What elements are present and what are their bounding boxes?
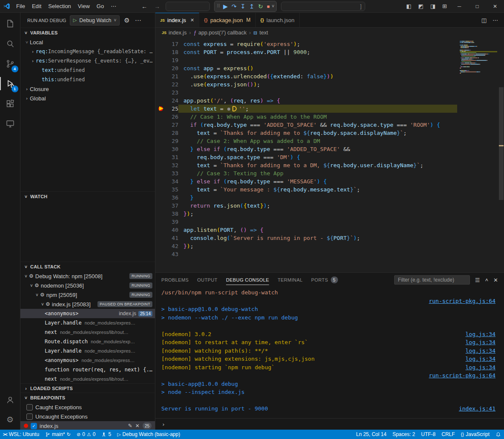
debug-console-input[interactable]: › <box>155 418 504 430</box>
debug-step-out-icon[interactable]: ↥ <box>249 1 254 12</box>
toolbar-grip-icon[interactable]: ⠿ <box>217 3 219 9</box>
console-source-link[interactable]: index.js:41 <box>459 405 504 413</box>
debug-view-more-icon[interactable]: ⋯ <box>133 17 143 24</box>
toggle-secondary-sidebar-icon[interactable]: ◨ <box>427 3 439 9</box>
filter-icon[interactable]: ☰ <box>475 277 480 283</box>
editor-more-actions-icon[interactable]: ⋯ <box>493 17 498 23</box>
gutter-line-41[interactable]: 41 <box>155 234 178 242</box>
console-source-link[interactable]: run-script-pkg.js:64 <box>429 371 504 380</box>
callstack-thread[interactable]: ˅⚙index.js [25083]PAUSED ON BREAKPOINT <box>20 299 155 309</box>
debug-console-output[interactable]: /usr/bin/npm run-script debug-watchrun-s… <box>155 287 504 418</box>
minimap[interactable] <box>460 41 497 75</box>
breakpoint-checkbox[interactable]: ✓ <box>31 423 37 429</box>
gutter-line-35[interactable]: 35 <box>155 185 178 194</box>
chevron-down-icon[interactable]: ˅ <box>24 40 30 45</box>
console-filter-input[interactable] <box>394 275 470 285</box>
callstack-frame[interactable]: <anonymous>index.js25:14 <box>20 309 155 318</box>
breakpoint-checkbox[interactable] <box>26 404 33 410</box>
breakpoint-row[interactable]: Caught Exceptions <box>20 402 155 412</box>
close-panel-icon[interactable]: ✕ <box>493 277 498 283</box>
toggle-panel-icon[interactable]: ◩ <box>415 3 427 9</box>
toggle-sidebar-icon[interactable]: ◧ <box>403 3 415 9</box>
callstack-frame[interactable]: Route.dispatchnode_modules/exp… <box>20 337 155 346</box>
breakpoint-row[interactable]: ✓index.js✎✕25 <box>20 421 155 430</box>
callstack-thread[interactable]: ˅⚙npm [25059]RUNNING <box>20 290 155 299</box>
gutter-line-42[interactable]: 42 <box>155 242 178 250</box>
explorer-icon[interactable] <box>0 14 20 34</box>
gutter-line-20[interactable]: 20 <box>155 64 178 72</box>
variable-row[interactable]: ˅Local <box>20 37 155 47</box>
callstack-thread[interactable]: ˅⚙Debug Watch: npm [25008]RUNNING <box>20 271 155 281</box>
call-stack-header[interactable]: ˅ CALL STACK <box>20 262 155 271</box>
console-source-link[interactable]: log.js:34 <box>466 347 504 355</box>
breakpoint-checkbox[interactable] <box>26 413 33 420</box>
callstack-frame[interactable]: <anonymous>node_modules/express… <box>20 356 155 365</box>
gutter-line-28[interactable]: 28 <box>155 129 178 137</box>
chevron-right-icon[interactable]: › <box>30 59 36 63</box>
encoding-status[interactable]: UTF-8 <box>418 430 438 439</box>
chevron-down-icon[interactable]: ˅ <box>23 274 29 279</box>
console-source-link[interactable]: log.js:34 <box>466 363 504 372</box>
loaded-scripts-header[interactable]: › LOADED SCRIPTS <box>20 384 155 393</box>
remove-breakpoint-icon[interactable]: ✕ <box>135 423 140 429</box>
split-editor-icon[interactable]: ◫ <box>481 17 487 23</box>
tab-launch.json[interactable]: {}launch.json <box>256 13 300 27</box>
maximize-button[interactable]: □ <box>468 0 486 13</box>
titlebar-search-box[interactable] <box>166 2 210 11</box>
remote-explorer-icon[interactable] <box>0 114 20 134</box>
menu-overflow-button[interactable]: ⋯ <box>107 3 120 9</box>
customize-layout-icon[interactable]: ⊞ <box>439 3 450 9</box>
gutter-line-32[interactable]: 32 <box>155 161 178 169</box>
gutter-line-38[interactable]: 38 <box>155 210 178 218</box>
minimize-button[interactable]: ─ <box>450 0 468 13</box>
callstack-frame[interactable]: Layer.handlenode_modules/expres… <box>20 346 155 356</box>
debug-status[interactable]: ▷ Debug Watch (basic-app) <box>114 430 183 439</box>
breadcrumb-item[interactable]: ƒapp.post('/') callback <box>193 30 246 36</box>
variable-row[interactable]: ›Closure <box>20 84 155 94</box>
debug-config-dropdown[interactable]: ▷ Debug Watch ˅ <box>70 15 120 26</box>
variable-row[interactable]: ›req: IncomingMessage {_readableState: … <box>20 47 155 56</box>
chevron-down-icon[interactable]: ˅ <box>34 293 40 297</box>
forward-arrow-icon[interactable]: → <box>153 3 161 10</box>
gutter-line-17[interactable]: 17 <box>155 40 178 48</box>
callstack-frame[interactable]: nextnode_modules/express/lib/rout… <box>20 374 155 383</box>
panel-tab-debug-console[interactable]: DEBUG CONSOLE <box>226 273 269 287</box>
gutter-line-34[interactable]: 34 <box>155 177 178 185</box>
gutter-line-27[interactable]: 27 <box>155 121 178 129</box>
callstack-frame[interactable]: function router(req, res, next) {.pr… <box>20 365 155 374</box>
gutter-line-26[interactable]: 26 <box>155 113 178 121</box>
code-editor[interactable]: 17const express = require('express');18c… <box>155 38 504 272</box>
gutter-line-23[interactable]: 23 <box>155 88 178 97</box>
panel-tab-output[interactable]: OUTPUT <box>197 273 218 287</box>
gutter-line-18[interactable]: 18 <box>155 48 178 56</box>
menu-go[interactable]: Go <box>93 0 107 13</box>
watch-header[interactable]: ˅ WATCH <box>20 192 155 201</box>
close-tab-icon[interactable]: ✕ <box>190 17 194 23</box>
gutter-line-39[interactable]: 39 <box>155 218 178 226</box>
language-status[interactable]: {} JavaScript <box>458 430 493 439</box>
gutter-line-21[interactable]: 21 <box>155 72 178 80</box>
gutter-line-36[interactable]: 36 <box>155 194 178 202</box>
debug-stop-dropdown-icon[interactable]: ˅ <box>272 4 275 9</box>
console-source-link[interactable]: log.js:34 <box>466 330 504 339</box>
debug-stop-icon[interactable]: ■ <box>267 1 270 12</box>
menu-file[interactable]: File <box>13 0 29 13</box>
start-debug-icon[interactable]: ▷ <box>73 17 77 23</box>
gutter-line-30[interactable]: 30 <box>155 145 178 153</box>
edit-breakpoint-icon[interactable]: ✎ <box>128 423 132 429</box>
breakpoints-header[interactable]: ˅ BREAKPOINTS <box>20 393 155 402</box>
notifications-bell[interactable] <box>493 430 504 439</box>
gutter-line-24[interactable]: 24 <box>155 97 178 105</box>
git-branch-status[interactable]: main* ↻ <box>42 430 74 439</box>
panel-tab-ports[interactable]: PORTS5 <box>311 273 338 287</box>
debug-continue-icon[interactable]: ▶ <box>223 1 228 12</box>
callstack-thread[interactable]: ˅⚙nodemon [25036]RUNNING <box>20 281 155 290</box>
maximize-panel-icon[interactable]: ˄ <box>485 277 489 283</box>
chevron-down-icon[interactable]: ˅ <box>40 302 46 307</box>
console-source-link[interactable]: log.js:34 <box>466 338 504 347</box>
run-and-debug-icon[interactable]: 1 <box>0 74 20 94</box>
panel-tab-problems[interactable]: PROBLEMS <box>161 273 189 287</box>
gutter-line-37[interactable]: 37 <box>155 202 178 210</box>
problems-status[interactable]: ⊘ 0 ⚠ 0 <box>74 430 98 439</box>
debug-step-into-icon[interactable]: ↧ <box>241 1 246 12</box>
